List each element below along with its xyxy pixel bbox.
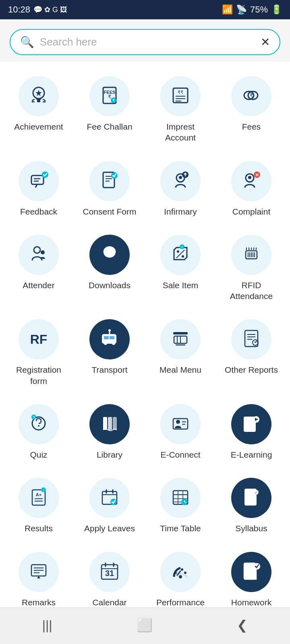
- svg-rect-77: [113, 417, 117, 430]
- sale-item-icon-circle: +: [160, 235, 201, 275]
- achievement-label: Achievement: [14, 121, 63, 132]
- grid-item-downloads[interactable]: Downloads: [74, 227, 145, 312]
- nav-back-button[interactable]: ❮: [221, 614, 264, 636]
- feedback-icon: [28, 170, 49, 192]
- library-icon: [99, 413, 120, 436]
- fee-challan-icon-circle: FEES ₹ ₹: [89, 76, 130, 116]
- fee-challan-label: Fee Challan: [87, 121, 132, 132]
- svg-text:₹: ₹: [108, 94, 111, 100]
- grid-item-homework[interactable]: Homework: [216, 544, 287, 617]
- svg-rect-75: [103, 417, 107, 430]
- svg-point-41: [182, 255, 184, 258]
- grid-item-registration-form[interactable]: RF Registrationform: [3, 311, 74, 396]
- rfid-attendance-icon-circle: [231, 235, 271, 275]
- svg-marker-1: [35, 90, 42, 96]
- grid-item-performance[interactable]: Performance: [145, 544, 216, 617]
- grid-item-transport[interactable]: Transport: [74, 311, 145, 396]
- attender-icon: [28, 244, 49, 266]
- grid-item-achievement[interactable]: Achievement: [3, 68, 74, 153]
- svg-rect-58: [110, 336, 114, 339]
- svg-point-35: [41, 250, 45, 254]
- nav-home-button[interactable]: ⬜: [120, 614, 169, 636]
- svg-point-130: [174, 572, 177, 574]
- clear-icon[interactable]: ✕: [261, 35, 270, 49]
- svg-text:✕: ✕: [255, 172, 259, 178]
- svg-point-129: [184, 572, 186, 574]
- grid-item-fee-challan[interactable]: FEES ₹ ₹ Fee Challan: [74, 68, 145, 153]
- grid-item-infirmary[interactable]: Infirmary: [145, 153, 216, 227]
- battery: 75%: [250, 4, 268, 15]
- svg-text:+: +: [42, 488, 44, 492]
- imprest-account-icon: ₹₹: [170, 85, 191, 107]
- grid-item-calendar[interactable]: 31 Calendar: [74, 544, 145, 617]
- imprest-account-icon-circle: ₹₹: [160, 76, 201, 116]
- transport-label: Transport: [91, 364, 127, 375]
- grid-item-results[interactable]: A+ + Results: [3, 470, 74, 543]
- syllabus-icon: ✓: [241, 487, 262, 509]
- performance-icon: [170, 561, 191, 583]
- grid-item-imprest-account[interactable]: ₹₹ ImprestAccount: [145, 68, 216, 153]
- search-input[interactable]: [40, 36, 255, 48]
- svg-point-62: [108, 329, 111, 332]
- grid-item-quiz[interactable]: ? Quiz: [3, 396, 74, 470]
- grid-item-other-reports[interactable]: Other Reports: [216, 311, 287, 396]
- performance-label: Performance: [156, 597, 205, 608]
- calendar-icon: 31: [99, 561, 120, 583]
- status-bar: 10:28 💬 ✿ G 🖼 📶 📡 75% 🔋: [0, 0, 290, 19]
- search-icon: 🔍: [20, 35, 34, 49]
- registration-form-icon: RF: [30, 332, 48, 347]
- grid-item-meal-menu[interactable]: Meal Menu: [145, 311, 216, 396]
- e-connect-icon-circle: [160, 404, 201, 444]
- svg-point-31: [248, 176, 251, 179]
- svg-rect-76: [108, 417, 112, 430]
- svg-rect-66: [245, 330, 258, 347]
- grid-item-sale-item[interactable]: + Sale Item: [145, 227, 216, 312]
- signal-icon: 📡: [236, 4, 247, 15]
- rfid-attendance-label: RFIDAttendance: [230, 280, 273, 302]
- time: 10:28: [8, 4, 30, 15]
- grid-item-library[interactable]: Library: [74, 396, 145, 470]
- grid-item-consent-form[interactable]: Consent Form: [74, 153, 145, 227]
- svg-text:₹: ₹: [112, 98, 115, 103]
- grid-item-e-learning[interactable]: E-Learning: [216, 396, 287, 470]
- svg-rect-3: [37, 100, 40, 102]
- other-reports-label: Other Reports: [225, 364, 278, 375]
- svg-text:?: ?: [33, 415, 35, 419]
- svg-text:+: +: [181, 245, 183, 249]
- search-bar: 🔍 ✕: [10, 29, 280, 55]
- svg-text:₹₹: ₹₹: [178, 90, 183, 95]
- transport-icon: [99, 328, 120, 351]
- e-connect-icon: [170, 413, 191, 436]
- status-left: 10:28 💬 ✿ G 🖼: [8, 4, 67, 15]
- time-table-icon: [170, 487, 191, 509]
- time-table-label: Time Table: [160, 523, 201, 534]
- feedback-icon-circle: [19, 161, 59, 201]
- nav-menu-button[interactable]: |||: [26, 615, 68, 636]
- e-connect-label: E-Connect: [160, 449, 200, 460]
- svg-rect-17: [31, 175, 44, 184]
- grid-item-attender[interactable]: Attender: [3, 227, 74, 312]
- grid-item-rfid-attendance[interactable]: RFIDAttendance: [216, 227, 287, 312]
- results-icon: A+ +: [28, 487, 49, 509]
- results-label: Results: [25, 523, 53, 534]
- homework-icon: [241, 561, 262, 583]
- search-container: 🔍 ✕: [0, 19, 290, 62]
- grid-item-remarks[interactable]: Remarks: [3, 544, 74, 617]
- svg-text:A+: A+: [36, 492, 41, 497]
- grid-item-syllabus[interactable]: ✓ Syllabus: [216, 470, 287, 543]
- grid-item-e-connect[interactable]: E-Connect: [145, 396, 216, 470]
- grid-item-fees[interactable]: ₹ Fees: [216, 68, 287, 153]
- grid-item-complaint[interactable]: ✕ Complaint: [216, 153, 287, 227]
- syllabus-label: Syllabus: [235, 523, 267, 534]
- other-reports-icon: [241, 328, 262, 351]
- svg-point-39: [177, 250, 179, 253]
- grid-item-apply-leaves[interactable]: Apply Leaves: [74, 470, 145, 543]
- svg-point-60: [112, 342, 115, 345]
- consent-form-icon-circle: [89, 161, 130, 201]
- svg-rect-63: [173, 332, 188, 334]
- grid-item-feedback[interactable]: Feedback: [3, 153, 74, 227]
- grid-item-time-table[interactable]: Time Table: [145, 470, 216, 543]
- calendar-icon-circle: 31: [89, 552, 130, 592]
- svg-text:✓: ✓: [255, 491, 258, 495]
- infirmary-label: Infirmary: [164, 206, 197, 217]
